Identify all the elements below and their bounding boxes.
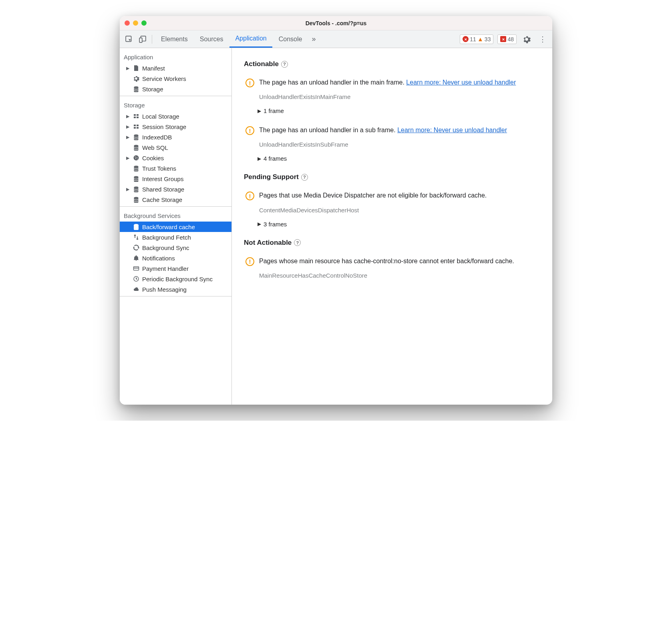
issue-item: !The page has an unload handler in the m… xyxy=(244,78,540,100)
help-icon[interactable]: ? xyxy=(301,174,308,181)
db-icon xyxy=(133,185,140,193)
db-icon xyxy=(133,144,140,151)
sidebar-item-label: Background Fetch xyxy=(142,234,191,241)
issue-count: 48 xyxy=(507,36,514,42)
expand-arrow-icon: ▶ xyxy=(258,221,261,227)
titlebar: DevTools - .com/?p=us xyxy=(120,16,552,30)
expand-arrow-icon: ▶ xyxy=(258,156,261,161)
sidebar-heading: Background Services xyxy=(120,208,231,222)
learn-more-link[interactable]: Learn more: Never use unload handler xyxy=(406,79,516,86)
inspect-element-button[interactable] xyxy=(123,33,135,45)
maximize-window-button[interactable] xyxy=(141,20,147,26)
sidebar-item-service-workers[interactable]: ▶Service Workers xyxy=(120,73,231,84)
file-icon xyxy=(133,65,140,72)
frames-count: 1 frame xyxy=(264,107,284,114)
expand-arrow-icon: ▶ xyxy=(125,66,130,71)
sidebar-item-cache-storage[interactable]: ▶Cache Storage xyxy=(120,194,231,205)
sidebar-item-local-storage[interactable]: ▶Local Storage xyxy=(120,111,231,121)
expand-arrow-icon: ▶ xyxy=(125,124,130,129)
learn-more-link[interactable]: Learn more: Never use unload handler xyxy=(397,127,507,133)
warning-count: 33 xyxy=(485,36,491,42)
sidebar-item-background-fetch[interactable]: ▶Background Fetch xyxy=(120,232,231,242)
db-icon xyxy=(133,175,140,182)
panel-body: Application▶Manifest▶Service Workers▶Sto… xyxy=(120,48,552,405)
error-icon: × xyxy=(463,36,469,42)
sidebar-item-label: Storage xyxy=(142,86,163,93)
sidebar-item-label: IndexedDB xyxy=(142,134,172,141)
sidebar-heading: Application xyxy=(120,50,231,63)
separator xyxy=(152,35,152,44)
issue-icon: × xyxy=(500,36,506,42)
issue-text: Pages that use Media Device Dispatcher a… xyxy=(259,191,540,200)
section-heading-text: Not Actionable xyxy=(244,239,292,247)
sidebar-item-session-storage[interactable]: ▶Session Storage xyxy=(120,121,231,132)
issue-item: !The page has an unload handler in a sub… xyxy=(244,125,540,148)
expand-arrow-icon: ▶ xyxy=(125,155,130,161)
issue-code: ContentMediaDevicesDispatcherHost xyxy=(259,207,540,214)
window-title: DevTools - .com/?p=us xyxy=(120,20,552,26)
tab-sources[interactable]: Sources xyxy=(194,30,229,48)
frames-expander[interactable]: ▶1 frame xyxy=(258,107,540,114)
sidebar-item-indexeddb[interactable]: ▶IndexedDB xyxy=(120,132,231,142)
issues-chip[interactable]: × 48 xyxy=(497,34,517,44)
issue-item: !Pages whose main resource has cache-con… xyxy=(244,256,540,279)
console-status-chip[interactable]: × 11 ▲ 33 xyxy=(460,34,493,44)
sidebar-item-label: Payment Handler xyxy=(142,265,189,272)
window-controls xyxy=(125,20,147,26)
issue-text: Pages whose main resource has cache-cont… xyxy=(259,256,540,266)
sidebar-item-label: Manifest xyxy=(142,65,165,72)
sidebar-item-periodic-background-sync[interactable]: ▶Periodic Background Sync xyxy=(120,274,231,284)
toggle-device-toolbar-button[interactable] xyxy=(137,33,149,45)
main-content: Actionable?!The page has an unload handl… xyxy=(232,48,552,405)
sidebar-item-interest-groups[interactable]: ▶Interest Groups xyxy=(120,173,231,184)
sidebar-item-notifications[interactable]: ▶Notifications xyxy=(120,253,231,263)
sidebar-item-push-messaging[interactable]: ▶Push Messaging xyxy=(120,284,231,294)
db-icon xyxy=(133,85,140,93)
expand-arrow-icon: ▶ xyxy=(258,108,261,114)
frames-count: 3 frames xyxy=(264,221,287,228)
cloud-icon xyxy=(133,286,140,293)
sidebar-item-label: Cookies xyxy=(142,155,164,161)
more-tabs-button[interactable]: » xyxy=(312,35,316,43)
sidebar-item-label: Back/forward cache xyxy=(142,224,195,230)
sidebar-item-label: Shared Storage xyxy=(142,186,184,193)
frames-expander[interactable]: ▶4 frames xyxy=(258,155,540,162)
sidebar-item-background-sync[interactable]: ▶Background Sync xyxy=(120,242,231,253)
issue-code: UnloadHandlerExistsInMainFrame xyxy=(259,93,540,100)
sidebar-item-label: Periodic Background Sync xyxy=(142,276,213,282)
sidebar-item-payment-handler[interactable]: ▶Payment Handler xyxy=(120,263,231,274)
more-options-button[interactable]: ⋮ xyxy=(537,35,549,44)
issue-warning-icon: ! xyxy=(245,192,254,200)
help-icon[interactable]: ? xyxy=(281,61,288,68)
sidebar-item-shared-storage[interactable]: ▶Shared Storage xyxy=(120,184,231,194)
close-window-button[interactable] xyxy=(125,20,130,26)
sidebar-item-back-forward-cache[interactable]: ▶Back/forward cache xyxy=(120,222,231,232)
sidebar-item-storage[interactable]: ▶Storage xyxy=(120,84,231,94)
sidebar-item-manifest[interactable]: ▶Manifest xyxy=(120,63,231,73)
help-icon[interactable]: ? xyxy=(294,239,301,246)
tab-console[interactable]: Console xyxy=(273,30,308,48)
error-count: 11 xyxy=(470,36,476,42)
sidebar-item-web-sql[interactable]: ▶Web SQL xyxy=(120,142,231,153)
frames-count: 4 frames xyxy=(264,155,287,162)
issue-warning-icon: ! xyxy=(245,126,254,135)
devtools-window: DevTools - .com/?p=us ElementsSourcesApp… xyxy=(120,16,552,405)
minimize-window-button[interactable] xyxy=(133,20,138,26)
expand-arrow-icon: ▶ xyxy=(125,135,130,140)
warning-icon: ▲ xyxy=(477,36,483,42)
tab-elements[interactable]: Elements xyxy=(155,30,193,48)
db-icon xyxy=(133,165,140,172)
grid-icon xyxy=(133,123,140,130)
sidebar-item-trust-tokens[interactable]: ▶Trust Tokens xyxy=(120,163,231,173)
sidebar-item-cookies[interactable]: ▶Cookies xyxy=(120,153,231,163)
db-icon xyxy=(133,223,140,230)
issue-code: MainResourceHasCacheControlNoStore xyxy=(259,272,540,279)
settings-button[interactable] xyxy=(521,33,533,45)
frames-expander[interactable]: ▶3 frames xyxy=(258,221,540,228)
tab-application[interactable]: Application xyxy=(229,30,272,48)
sidebar-item-label: Interest Groups xyxy=(142,175,183,182)
sidebar-item-label: Background Sync xyxy=(142,244,189,251)
section-heading: Actionable? xyxy=(244,60,540,68)
issue-text: The page has an unload handler in the ma… xyxy=(259,78,540,87)
fetch-icon xyxy=(133,234,140,241)
